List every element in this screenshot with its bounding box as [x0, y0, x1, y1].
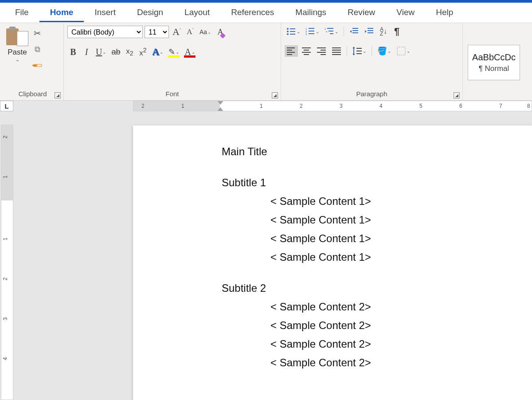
svg-rect-40 — [332, 54, 341, 55]
font-dialog-launcher[interactable]: ◢ — [272, 92, 278, 98]
svg-rect-38 — [332, 50, 341, 51]
tab-home[interactable]: Home — [39, 3, 84, 22]
doc-title[interactable]: Main Title — [222, 142, 532, 161]
svg-rect-21 — [368, 28, 373, 29]
doc-content-line[interactable]: < Sample Content 1> — [222, 229, 532, 248]
doc-content-line[interactable]: < Sample Content 2> — [222, 353, 532, 372]
underline-button[interactable]: U⌄ — [94, 46, 108, 58]
group-label-paragraph: Paragraph — [285, 89, 459, 99]
doc-content-line[interactable]: < Sample Content 1> — [222, 248, 532, 267]
tab-help[interactable]: Help — [425, 3, 464, 22]
svg-rect-17 — [352, 28, 358, 29]
doc-content-line[interactable]: < Sample Content 2> — [222, 335, 532, 353]
align-center-button[interactable] — [300, 45, 313, 57]
svg-rect-46 — [356, 53, 362, 54]
svg-rect-16 — [330, 33, 333, 34]
document-page[interactable]: Main Title Subtitle 1 < Sample Content 1… — [133, 125, 532, 400]
tab-review[interactable]: Review — [337, 3, 386, 22]
cut-button[interactable]: ✂ — [31, 27, 43, 39]
svg-text:a: a — [326, 30, 328, 33]
doc-content-line[interactable]: < Sample Content 2> — [222, 316, 532, 335]
clear-formatting-button[interactable]: A — [215, 26, 226, 38]
tab-view[interactable]: View — [386, 3, 425, 22]
doc-subtitle[interactable]: Subtitle 1 — [222, 173, 532, 192]
font-size-select[interactable]: 11 — [145, 26, 169, 38]
first-line-indent-marker[interactable] — [217, 101, 223, 105]
horizontal-ruler[interactable]: 2 1 1 2 3 4 5 6 7 8 — [133, 101, 532, 111]
paste-button[interactable]: Paste ⌄ — [5, 26, 29, 63]
doc-content-line[interactable]: < Sample Content 1> — [222, 211, 532, 229]
shading-button[interactable]: 🪣 ⌄ — [376, 45, 393, 57]
align-right-button[interactable] — [315, 45, 328, 57]
highlight-button[interactable]: ✎ ⌄ — [167, 46, 181, 58]
bold-button[interactable]: B — [67, 46, 79, 58]
hanging-indent-marker[interactable] — [217, 107, 223, 111]
tab-stop-selector[interactable]: L — [0, 101, 13, 111]
grow-font-button[interactable]: Aˆ — [171, 26, 183, 38]
align-left-button[interactable] — [285, 45, 298, 57]
tab-layout[interactable]: Layout — [174, 3, 220, 22]
numbering-button[interactable]: 123 ⌄ — [304, 26, 321, 37]
sort-button[interactable]: AZ↓ — [378, 26, 389, 37]
paragraph-dialog-launcher[interactable]: ◢ — [454, 92, 460, 98]
line-spacing-button[interactable]: ⌄ — [351, 45, 368, 57]
format-painter-button[interactable]: 🖌 — [31, 59, 43, 71]
shrink-font-button[interactable]: Aˇ — [184, 26, 196, 38]
clipboard-dialog-launcher[interactable]: ◢ — [55, 92, 61, 98]
svg-marker-41 — [352, 47, 355, 48]
font-name-select[interactable]: Calibri (Body) — [67, 26, 143, 38]
align-center-icon — [301, 47, 311, 55]
svg-rect-31 — [302, 52, 311, 53]
tab-file[interactable]: File — [4, 3, 39, 22]
svg-rect-33 — [317, 47, 326, 48]
tab-design[interactable]: Design — [126, 3, 174, 22]
justify-button[interactable] — [330, 45, 343, 57]
svg-rect-44 — [356, 48, 362, 49]
chevron-down-icon: ⌄ — [387, 49, 391, 54]
svg-rect-5 — [290, 34, 295, 35]
chevron-down-icon: ⌄ — [207, 30, 211, 35]
align-left-icon — [286, 47, 296, 55]
font-color-button[interactable]: A ⌄ — [183, 46, 196, 58]
svg-rect-47 — [397, 47, 405, 55]
vertical-ruler[interactable]: 2 1 1 2 3 4 — [1, 125, 13, 400]
clear-format-icon: A — [218, 27, 223, 37]
pilcrow-icon: ¶ — [394, 26, 399, 37]
copy-icon: ⧉ — [35, 45, 40, 54]
group-font: Calibri (Body) 11 Aˆ Aˇ Aa⌄ A B I U⌄ ab … — [64, 23, 281, 100]
svg-rect-7 — [309, 28, 314, 29]
doc-content-line[interactable]: < Sample Content 1> — [222, 192, 532, 211]
tab-mailings[interactable]: Mailings — [285, 3, 337, 22]
multilevel-list-button[interactable]: 1a ⌄ — [323, 26, 340, 37]
increase-indent-button[interactable] — [363, 26, 376, 37]
doc-content-line[interactable]: < Sample Content 2> — [222, 298, 532, 316]
tab-references[interactable]: References — [220, 3, 285, 22]
strikethrough-button[interactable]: ab — [110, 46, 122, 58]
chevron-down-icon[interactable]: ⌄ — [16, 57, 20, 63]
brush-icon: 🖌 — [31, 59, 44, 72]
tab-insert[interactable]: Insert — [84, 3, 126, 22]
bullets-button[interactable]: ⌄ — [285, 26, 302, 37]
text-effects-button[interactable]: A⌄ — [150, 46, 165, 58]
svg-rect-45 — [356, 51, 362, 51]
show-marks-button[interactable]: ¶ — [391, 26, 403, 37]
chevron-down-icon: ⌄ — [160, 50, 163, 55]
svg-rect-35 — [317, 52, 326, 53]
svg-text:3: 3 — [305, 33, 307, 35]
shrink-font-icon: Aˇ — [187, 27, 193, 36]
copy-button[interactable]: ⧉ — [31, 43, 43, 55]
svg-rect-34 — [321, 50, 326, 51]
paste-icon — [6, 27, 28, 47]
superscript-button[interactable]: x2 — [137, 46, 149, 58]
align-right-icon — [317, 47, 326, 55]
style-normal[interactable]: AaBbCcDc ¶ Normal — [468, 45, 520, 80]
change-case-button[interactable]: Aa⌄ — [198, 26, 213, 38]
borders-button[interactable]: ⌄ — [395, 45, 412, 57]
doc-subtitle[interactable]: Subtitle 2 — [222, 279, 532, 298]
svg-rect-32 — [304, 54, 309, 55]
italic-button[interactable]: I — [81, 46, 92, 58]
svg-rect-37 — [332, 47, 341, 48]
decrease-indent-button[interactable] — [348, 26, 361, 37]
subscript-button[interactable]: x2 — [124, 46, 135, 58]
multilevel-icon: 1a — [325, 27, 334, 36]
